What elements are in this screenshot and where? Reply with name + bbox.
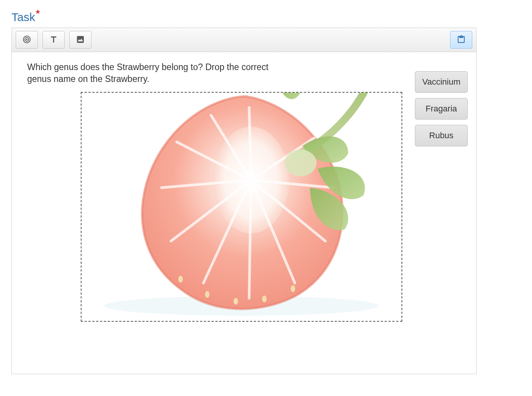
target-tool-button[interactable] xyxy=(16,31,38,49)
target-icon xyxy=(22,35,31,45)
clipboard-button[interactable] xyxy=(450,31,472,49)
svg-line-14 xyxy=(249,108,251,180)
image-tool-button[interactable] xyxy=(69,31,91,49)
svg-point-16 xyxy=(178,276,183,283)
text-tool-button[interactable] xyxy=(42,31,65,49)
svg-point-19 xyxy=(262,296,267,303)
svg-point-17 xyxy=(205,291,209,298)
left-content: Which genus does the Strawberry belong t… xyxy=(27,61,465,358)
text-icon xyxy=(49,35,58,45)
toolbar-right-group xyxy=(450,31,472,49)
strawberry-image xyxy=(82,92,401,321)
drag-item-fragaria[interactable]: Fragaria xyxy=(415,98,468,119)
drag-item-vaccinium[interactable]: Vaccinium xyxy=(415,71,468,93)
toolbar xyxy=(12,28,476,52)
svg-point-18 xyxy=(233,298,238,305)
svg-line-9 xyxy=(249,180,251,298)
clipboard-icon xyxy=(457,35,466,45)
required-asterisk: * xyxy=(36,8,40,19)
drag-item-label: Fragaria xyxy=(426,104,457,113)
section-title-text: Task xyxy=(11,11,35,23)
drag-item-rubus[interactable]: Rubus xyxy=(415,125,468,146)
svg-point-2 xyxy=(26,39,28,40)
drag-items-container: Vaccinium Fragaria Rubus xyxy=(415,71,468,146)
image-icon xyxy=(76,35,85,45)
svg-point-20 xyxy=(290,285,295,292)
drop-zone[interactable] xyxy=(81,92,402,322)
task-panel: Which genus does the Strawberry belong t… xyxy=(11,28,477,374)
content-area: Which genus does the Strawberry belong t… xyxy=(12,52,476,374)
drag-item-label: Rubus xyxy=(429,131,454,140)
question-prompt: Which genus does the Strawberry belong t… xyxy=(27,61,272,85)
section-title: Task* xyxy=(11,8,521,24)
svg-point-21 xyxy=(284,150,317,177)
drag-item-label: Vaccinium xyxy=(422,77,460,87)
toolbar-left-group xyxy=(16,31,91,49)
